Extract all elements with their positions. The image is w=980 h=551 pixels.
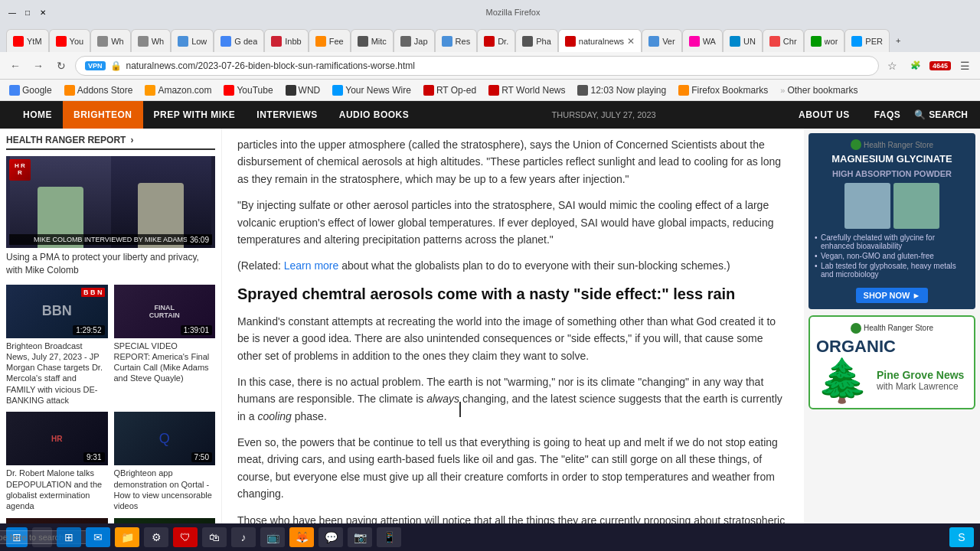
tab-mitc[interactable]: Mitc bbox=[351, 29, 394, 52]
video-card-malone[interactable]: HR 9:31 Dr. Robert Malone talks DEPOPULA… bbox=[6, 412, 108, 511]
tab-jap[interactable]: Jap bbox=[394, 29, 435, 52]
tab-ver[interactable]: Ver bbox=[642, 29, 682, 52]
taskbar-security-icon[interactable]: 🛡 bbox=[173, 527, 198, 547]
bookmark-wnd[interactable]: WND bbox=[283, 83, 324, 97]
bookmark-google[interactable]: Google bbox=[6, 83, 55, 97]
tab-wh2[interactable]: Wh bbox=[131, 29, 172, 52]
reload-button[interactable]: ↻ bbox=[52, 57, 70, 75]
taskbar-skype-icon[interactable]: S bbox=[949, 527, 974, 547]
duration-2: 1:39:01 bbox=[181, 325, 212, 335]
hamburger-menu[interactable]: ☰ bbox=[956, 57, 974, 75]
nav-prep[interactable]: PREP WITH MIKE bbox=[143, 101, 247, 129]
italic-cooling: cooling bbox=[257, 410, 291, 422]
taskbar-explorer-icon[interactable]: 📁 bbox=[115, 527, 139, 547]
organic-ad[interactable]: Health Ranger Store ORGANIC 🌲 Pine Grove… bbox=[808, 315, 975, 409]
maximize-button[interactable]: □ bbox=[21, 6, 34, 18]
minimize-button[interactable]: — bbox=[6, 6, 18, 18]
tab-active[interactable]: naturalnews✕ bbox=[558, 29, 642, 52]
pine-tree-icon: 🌲 bbox=[816, 360, 869, 402]
tab-dr[interactable]: Dr. bbox=[477, 29, 515, 52]
duration-3: 9:31 bbox=[83, 452, 104, 462]
taskbar-settings-icon[interactable]: ⚙ bbox=[144, 527, 168, 547]
nav-home[interactable]: HOME bbox=[12, 101, 63, 129]
taskbar-apps-icon[interactable]: ⊞ bbox=[57, 527, 81, 547]
new-tab-button[interactable]: + bbox=[890, 29, 906, 52]
article-heading: Sprayed chemtral aerosols come with a na… bbox=[237, 284, 789, 304]
bookmark-firefox[interactable]: Firefox Bookmarks bbox=[675, 83, 771, 97]
video-card-curtain[interactable]: FINALCURTAIN 1:39:01 SPECIAL VIDEO REPOR… bbox=[114, 285, 216, 406]
badge-1: B B N bbox=[81, 288, 105, 297]
vpn-badge: VPN bbox=[85, 61, 106, 70]
taskbar-browser-icon[interactable]: 🦊 bbox=[289, 527, 314, 547]
bookmark-rtworldnews[interactable]: RT World News bbox=[485, 83, 568, 97]
tab-you[interactable]: You bbox=[49, 29, 91, 52]
back-button[interactable]: ← bbox=[6, 57, 24, 75]
video-card-qbrighteon[interactable]: Q 7:50 QBrighteon app demonstration on Q… bbox=[114, 412, 216, 511]
taskbar-chat-icon[interactable]: 💬 bbox=[318, 527, 343, 547]
search-button[interactable]: 🔍 SEARCH bbox=[914, 109, 968, 120]
nav-audiobooks[interactable]: AUDIO BOOKS bbox=[328, 101, 420, 129]
site-nav-links: HOME BRIGHTEON PREP WITH MIKE INTERVIEWS… bbox=[12, 101, 420, 129]
taskbar: ⊞ ⊞ ✉ 📁 ⚙ 🛡 🛍 ♪ 📺 🦊 💬 📷 📱 S bbox=[0, 523, 980, 551]
tab-ytm[interactable]: YtM bbox=[6, 29, 49, 52]
tabs-bar: YtM You Wh Wh Low G dea Inbb Fee Mitc Ja… bbox=[0, 24, 980, 52]
search-icon: 🔍 bbox=[914, 109, 926, 120]
tab-low[interactable]: Low bbox=[171, 29, 214, 52]
bookmark-other[interactable]: »Other bookmarks bbox=[777, 83, 861, 97]
tab-dea[interactable]: G dea bbox=[214, 29, 264, 52]
taskbar-mail-icon[interactable]: ✉ bbox=[86, 527, 110, 547]
tab-un[interactable]: UN bbox=[723, 29, 763, 52]
ad-images bbox=[815, 183, 969, 229]
bookmark-youtube[interactable]: YouTube bbox=[220, 83, 276, 97]
bookmark-star[interactable]: ☆ bbox=[884, 57, 902, 75]
search-taskbar[interactable] bbox=[32, 527, 52, 547]
bookmark-yournewswire[interactable]: Your News Wire bbox=[329, 83, 414, 97]
bookmark-addons[interactable]: Addons Store bbox=[61, 83, 136, 97]
bookmark-rtoped[interactable]: RT Op-ed bbox=[420, 83, 479, 97]
featured-video-title: Using a PMA to protect your liberty and … bbox=[6, 251, 215, 277]
hrr-badge: H RR bbox=[9, 159, 31, 181]
tab-pha[interactable]: Pha bbox=[515, 29, 558, 52]
taskbar-camera-icon[interactable]: 📷 bbox=[348, 527, 372, 547]
store-logo-1: Health Ranger Store bbox=[815, 139, 969, 150]
extension-count: 4645 bbox=[929, 61, 951, 70]
tab-chr[interactable]: Chr bbox=[763, 29, 804, 52]
nav-brighteon[interactable]: BRIGHTEON bbox=[63, 101, 143, 129]
featured-video-card[interactable]: H RR MIKE COLOMB INTERVIEWED BY MIKE ADA… bbox=[6, 156, 215, 277]
tab-fee[interactable]: Fee bbox=[309, 29, 351, 52]
article-para-related: (Related: Learn more about what the glob… bbox=[237, 257, 789, 274]
mag-shop-button[interactable]: SHOP NOW ► bbox=[856, 288, 929, 303]
bookmark-nowplaying[interactable]: 12:03 Now playing bbox=[574, 83, 669, 97]
extensions-button[interactable]: 🧩 bbox=[906, 57, 925, 75]
article-area: particles into the upper atmosphere (cal… bbox=[222, 129, 804, 551]
article-para-3: Mankind's constant attempts at recreatin… bbox=[237, 313, 789, 364]
nav-faqs[interactable]: FAQS bbox=[864, 101, 912, 129]
taskbar-music-icon[interactable]: ♪ bbox=[231, 527, 256, 547]
taskbar-media-icon[interactable]: 📺 bbox=[260, 527, 285, 547]
forward-button[interactable]: → bbox=[29, 57, 47, 75]
main-content: HEALTH RANGER REPORT › H RR bbox=[0, 129, 980, 551]
address-text[interactable]: naturalnews.com/2023-07-26-biden-block-s… bbox=[126, 60, 869, 71]
tab-wor[interactable]: wor bbox=[804, 29, 845, 52]
tab-res[interactable]: Res bbox=[435, 29, 478, 52]
nav-aboutus[interactable]: ABOUT US bbox=[788, 101, 861, 129]
learn-more-link[interactable]: Learn more bbox=[284, 259, 339, 272]
nav-interviews[interactable]: INTERVIEWS bbox=[246, 101, 328, 129]
taskbar-store-icon[interactable]: 🛍 bbox=[202, 527, 227, 547]
video-card-bbn[interactable]: BBN 1:29:52 B B N Brighteon Broadcast Ne… bbox=[6, 285, 108, 406]
tab-per[interactable]: PER bbox=[844, 29, 890, 52]
video-thumb-qbrighteon: Q 7:50 bbox=[114, 412, 216, 465]
bookmark-amazon[interactable]: Amazon.com bbox=[142, 83, 214, 97]
video-title-malone: Dr. Robert Malone talks DEPOPULATION and… bbox=[6, 468, 108, 511]
magnesium-ad[interactable]: Health Ranger Store MAGNESIUM GLYCINATE … bbox=[808, 133, 975, 309]
tab-wa[interactable]: WA bbox=[682, 29, 723, 52]
close-button[interactable]: ✕ bbox=[37, 6, 49, 18]
tab-inbox[interactable]: Inbb bbox=[264, 29, 308, 52]
address-bar[interactable]: VPN 🔒 naturalnews.com/2023-07-26-biden-b… bbox=[75, 56, 879, 76]
window-controls[interactable]: — □ ✕ bbox=[6, 6, 49, 18]
taskbar-phone-icon[interactable]: 📱 bbox=[377, 527, 401, 547]
duration-4: 7:50 bbox=[191, 452, 212, 462]
store-icon-2 bbox=[851, 323, 861, 334]
video-thumb-curtain: FINALCURTAIN 1:39:01 bbox=[114, 285, 216, 338]
tab-wh1[interactable]: Wh bbox=[90, 29, 131, 52]
